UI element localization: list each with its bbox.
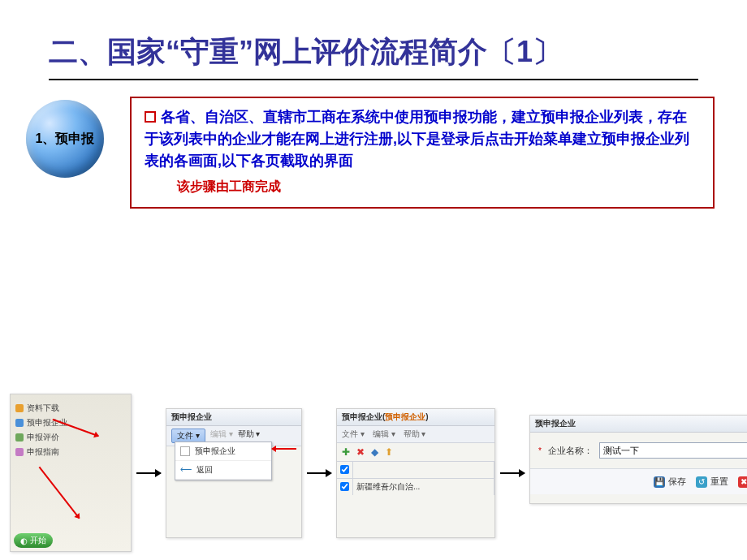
- start-label: 开始: [30, 535, 46, 546]
- step-label: 1、预申报: [36, 131, 95, 148]
- dropdown-item-label: 预申报企业: [195, 446, 235, 457]
- menu-edit[interactable]: 编辑 ▾: [373, 429, 395, 440]
- dropdown-menu: 预申报企业 ⟵ 返回: [175, 442, 272, 480]
- table-cell: 新疆维吾尔自治...: [353, 479, 494, 495]
- reset-label: 重置: [710, 476, 728, 488]
- enterprise-name-input[interactable]: [599, 442, 747, 459]
- cancel-icon: ✖: [738, 476, 747, 488]
- row-checkbox[interactable]: [337, 479, 353, 495]
- dropdown-item-label: 返回: [196, 464, 213, 476]
- start-button[interactable]: ◐ 开始: [14, 533, 53, 548]
- sidebar-item[interactable]: 申报评价: [15, 432, 126, 443]
- table-row[interactable]: 新疆维吾尔自治...: [337, 478, 494, 495]
- evaluate-icon: [15, 433, 24, 442]
- table-header-row: [337, 461, 494, 478]
- slide-title: 二、国家“守重”网上评价流程简介〔1〕: [49, 32, 698, 80]
- sidebar-item[interactable]: 资料下载: [15, 403, 126, 414]
- description-text: 各省、自治区、直辖市工商在系统中使用预申报功能，建立预申报企业列表，存在于该列表…: [145, 106, 700, 172]
- screenshot-row: 资料下载 预申报企业 申报评价 申报指南 ◐ 开始 预申报企业 文件 ▾ 编辑 …: [10, 394, 747, 552]
- reset-button[interactable]: ↺ 重置: [696, 476, 728, 488]
- cancel-button[interactable]: ✖ 取消: [738, 476, 747, 488]
- save-label: 保存: [668, 476, 686, 488]
- panel-title: 预申报企业: [530, 416, 747, 433]
- save-icon: 💾: [654, 476, 665, 488]
- flow-arrow-icon: [307, 472, 331, 474]
- screenshot-grid: 预申报企业(预申报企业) 文件 ▾ 编辑 ▾ 帮助 ▾ ✚ ✖ ◆ ⬆ 新疆维吾…: [336, 408, 495, 538]
- screenshot-form: 预申报企业 * 企业名称： 💾 保存 ↺ 重置 ✖ 取消: [529, 415, 747, 504]
- form-button-row: 💾 保存 ↺ 重置 ✖ 取消: [530, 468, 747, 494]
- panel-title: 预申报企业(预申报企业): [337, 409, 494, 426]
- add-icon[interactable]: ✚: [342, 446, 350, 458]
- sidebar-label: 申报指南: [27, 446, 59, 458]
- start-icon: ◐: [20, 536, 28, 545]
- description-box: 各省、自治区、直辖市工商在系统中使用预申报功能，建立预申报企业列表，存在于该列表…: [130, 97, 715, 209]
- up-icon[interactable]: ⬆: [385, 446, 393, 458]
- dropdown-item[interactable]: 预申报企业: [175, 442, 271, 461]
- flow-arrow-icon: [136, 472, 161, 474]
- menu-file[interactable]: 文件 ▾: [342, 429, 365, 440]
- dropdown-item[interactable]: ⟵ 返回: [175, 461, 271, 480]
- description-paragraph: 各省、自治区、直辖市工商在系统中使用预申报功能，建立预申报企业列表，存在于该列表…: [145, 109, 689, 169]
- annotation-arrow-icon: [39, 467, 80, 519]
- form-row: * 企业名称：: [530, 433, 747, 468]
- view-icon[interactable]: ◆: [371, 446, 378, 458]
- toolbar: ✚ ✖ ◆ ⬆: [337, 443, 494, 461]
- download-icon: [15, 404, 24, 412]
- document-icon: [180, 446, 190, 456]
- menubar: 文件 ▾ 编辑 ▾ 帮助 ▾: [337, 426, 494, 443]
- screenshot-file-menu: 预申报企业 文件 ▾ 编辑 ▾ 帮助 ▾ 预申报企业 ⟵ 返回: [166, 408, 302, 538]
- required-icon: *: [538, 446, 542, 455]
- field-label: 企业名称：: [548, 445, 593, 457]
- dropdown-caret-icon: ▾: [196, 431, 200, 440]
- select-all-checkbox[interactable]: [337, 462, 353, 478]
- save-button[interactable]: 💾 保存: [654, 476, 686, 488]
- enterprise-icon: [15, 419, 24, 427]
- back-arrow-icon: ⟵: [180, 465, 192, 474]
- sidebar-label: 资料下载: [27, 403, 59, 414]
- content-area: 1、预申报 各省、自治区、直辖市工商在系统中使用预申报功能，建立预申报企业列表，…: [16, 97, 715, 209]
- column-header: [353, 462, 494, 478]
- screenshot-sidebar: 资料下载 预申报企业 申报评价 申报指南 ◐ 开始: [10, 394, 132, 552]
- annotation-arrow-icon: [272, 448, 296, 450]
- panel-title: 预申报企业: [166, 409, 301, 426]
- reset-icon: ↺: [696, 476, 707, 488]
- step-sphere: 1、预申报: [26, 100, 104, 178]
- red-note: 该步骤由工商完成: [177, 179, 700, 196]
- menu-help[interactable]: 帮助 ▾: [404, 429, 426, 440]
- sidebar-label: 申报评价: [27, 432, 59, 443]
- bullet-icon: [145, 111, 156, 123]
- dropdown-caret-icon: ▾: [256, 429, 260, 438]
- guide-icon: [15, 448, 24, 456]
- delete-icon[interactable]: ✖: [356, 446, 365, 458]
- flow-arrow-icon: [500, 472, 525, 474]
- sidebar-item[interactable]: 申报指南: [15, 446, 126, 458]
